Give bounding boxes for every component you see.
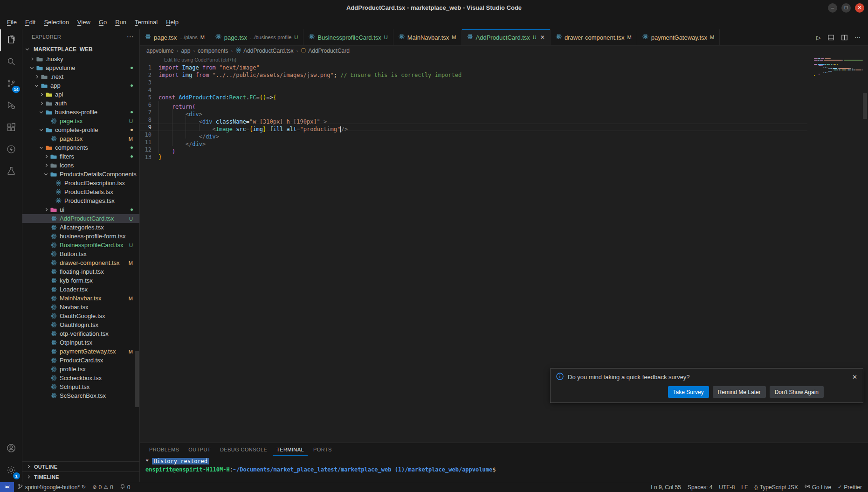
- notifications-status[interactable]: 0: [117, 482, 134, 492]
- folder-ui[interactable]: ui: [22, 205, 139, 214]
- code-line-3[interactable]: 3: [140, 79, 807, 86]
- file-business-profile-form.tsx[interactable]: business-profile-form.tsx: [22, 232, 139, 241]
- sidebar-scrollbar[interactable]: [135, 351, 139, 407]
- code-line-5[interactable]: 5const AddProductCard:React.FC=()=>{: [140, 94, 807, 101]
- status-go-live[interactable]: Go Live: [801, 482, 834, 492]
- file-Navbar.tsx[interactable]: Navbar.tsx: [22, 303, 139, 312]
- tab-MainNavbar.tsx[interactable]: MainNavbar.tsxM: [393, 29, 462, 45]
- code-line-4[interactable]: 4: [140, 86, 807, 94]
- run-button[interactable]: ▷: [816, 34, 821, 41]
- status-eol[interactable]: LF: [738, 482, 751, 492]
- status-indentation[interactable]: Spaces: 4: [684, 482, 716, 492]
- file-paymentGateway.tsx[interactable]: paymentGateway.tsxM: [22, 347, 139, 356]
- don-t-show-again-button[interactable]: Don't Show Again: [770, 386, 824, 398]
- breadcrumb-components[interactable]: components: [198, 48, 228, 54]
- activity-search[interactable]: [0, 51, 22, 73]
- tab-BusinessprofileCard.tsx[interactable]: BusinessprofileCard.tsxU: [303, 29, 393, 45]
- status-language-mode[interactable]: {}TypeScript JSX: [751, 482, 801, 492]
- folder-components[interactable]: components: [22, 143, 139, 152]
- menu-go[interactable]: Go: [95, 17, 111, 28]
- file-ScSearchBox.tsx[interactable]: ScSearchBox.tsx: [22, 391, 139, 400]
- terminal[interactable]: * History restored enspirit@enspirit-H11…: [140, 456, 868, 482]
- folder-auth[interactable]: auth: [22, 99, 139, 108]
- code-line-1[interactable]: 1import Image from "next/image": [140, 64, 807, 71]
- tab-drawer-component.tsx[interactable]: drawer-component.tsxM: [551, 29, 637, 45]
- panel-tab-ports[interactable]: PORTS: [310, 443, 336, 456]
- activity-extensions[interactable]: [0, 117, 22, 139]
- minimap[interactable]: [814, 58, 861, 76]
- status-cursor-position[interactable]: Ln 9, Col 55: [648, 482, 684, 492]
- code-line-8[interactable]: 8<div className="w-[310px] h-[190px]" >: [140, 116, 807, 124]
- folder-.next[interactable]: .next: [22, 72, 139, 81]
- file-OauthGoogle.tsx[interactable]: OauthGoogle.tsx: [22, 312, 139, 320]
- take-survey-button[interactable]: Take Survey: [668, 386, 709, 398]
- folder-app[interactable]: app: [22, 81, 139, 90]
- panel-tab-terminal[interactable]: TERMINAL: [273, 443, 308, 456]
- folder-business-profile[interactable]: business-profile: [22, 108, 139, 117]
- breadcrumb-AddProductCard[interactable]: AddProductCard: [301, 48, 350, 55]
- menu-run[interactable]: Run: [111, 17, 131, 28]
- file-ProductDetails.tsx[interactable]: ProductDetails.tsx: [22, 187, 139, 196]
- folder-filters[interactable]: filters: [22, 152, 139, 161]
- folder-.husky[interactable]: .husky: [22, 55, 139, 63]
- more-actions-icon[interactable]: ⋯: [854, 34, 861, 41]
- maximize-button[interactable]: □: [841, 3, 851, 13]
- file-ProductCard.tsx[interactable]: ProductCard.tsx: [22, 356, 139, 365]
- file-Loader.tsx[interactable]: Loader.tsx: [22, 285, 139, 294]
- activity-run-and-debug[interactable]: [0, 95, 22, 117]
- breadcrumb-AddProductCard.tsx[interactable]: AddProductCard.tsx: [235, 47, 293, 55]
- breadcrumb-appvolume[interactable]: appvolume: [146, 48, 174, 54]
- file-ScInput.tsx[interactable]: ScInput.tsx: [22, 382, 139, 391]
- tree-root-marketplace-web[interactable]: MARKETPLACE_WEB: [22, 44, 139, 55]
- breadcrumb-app[interactable]: app: [181, 48, 190, 54]
- file-BusinessprofileCard.tsx[interactable]: BusinessprofileCard.tsxU: [22, 241, 139, 249]
- file-OtpInput.tsx[interactable]: OtpInput.tsx: [22, 338, 139, 347]
- outline-section[interactable]: OUTLINE: [22, 461, 139, 471]
- folder-icons[interactable]: icons: [22, 161, 139, 170]
- tab-page.tsx[interactable]: page.tsx.../business-profileU: [210, 29, 303, 45]
- menu-view[interactable]: View: [73, 17, 95, 28]
- file-AddProductCard.tsx[interactable]: AddProductCard.tsxU: [22, 214, 139, 223]
- menu-terminal[interactable]: Terminal: [131, 17, 162, 28]
- menu-file[interactable]: File: [3, 17, 21, 28]
- menu-edit[interactable]: Edit: [21, 17, 40, 28]
- file-ProductDescription.tsx[interactable]: ProductDescription.tsx: [22, 179, 139, 187]
- git-branch-status[interactable]: sprint4/google-button* ↻: [14, 482, 90, 492]
- file-page.tsx[interactable]: page.tsxM: [22, 134, 139, 143]
- folder-api[interactable]: api: [22, 90, 139, 99]
- file-kyb-form.tsx[interactable]: kyb-form.tsx: [22, 276, 139, 285]
- tab-paymentGateway.tsx[interactable]: paymentGateway.tsxM: [637, 29, 720, 45]
- file-drawer-component.tsx[interactable]: drawer-component.tsxM: [22, 258, 139, 267]
- toggle-layout-icon[interactable]: [827, 34, 834, 41]
- status-prettier[interactable]: ✓Prettier: [834, 482, 865, 492]
- activity-testing[interactable]: [0, 161, 22, 183]
- minimize-button[interactable]: –: [828, 3, 837, 13]
- file-otp-verification.tsx[interactable]: otp-verification.tsx: [22, 329, 139, 338]
- remote-indicator[interactable]: ><: [0, 482, 14, 492]
- file-MainNavbar.tsx[interactable]: MainNavbar.tsxM: [22, 294, 139, 303]
- editor-scrollbar[interactable]: [863, 93, 867, 119]
- code-line-11[interactable]: 11</div>: [140, 139, 807, 146]
- notification-close-icon[interactable]: ✕: [852, 374, 857, 381]
- tab-AddProductCard.tsx[interactable]: AddProductCard.tsxU✕: [462, 29, 551, 45]
- activity-source-control[interactable]: 14: [0, 73, 22, 95]
- split-editor-icon[interactable]: [841, 34, 848, 41]
- problems-status[interactable]: ⊘ 0 ⚠ 0: [89, 482, 116, 492]
- explorer-more-actions-icon[interactable]: ⋯: [127, 33, 134, 41]
- panel-tab-debug-console[interactable]: DEBUG CONSOLE: [216, 443, 271, 456]
- file-floating-input.tsx[interactable]: floating-input.tsx: [22, 267, 139, 276]
- activity-explorer[interactable]: [0, 29, 22, 51]
- activity-thunder-client[interactable]: [0, 139, 22, 161]
- close-button[interactable]: ✕: [855, 3, 864, 13]
- code-line-7[interactable]: 7<div>: [140, 109, 807, 116]
- file-Sccheckbox.tsx[interactable]: Sccheckbox.tsx: [22, 374, 139, 382]
- code-line-6[interactable]: 6return(: [140, 101, 807, 109]
- menu-help[interactable]: Help: [162, 17, 183, 28]
- code-line-13[interactable]: 13}: [140, 153, 807, 161]
- file-ProductImages.tsx[interactable]: ProductImages.tsx: [22, 196, 139, 205]
- folder-ProductsDetailsComponents[interactable]: ProductsDetailsComponents: [22, 170, 139, 179]
- activity-accounts[interactable]: [0, 438, 22, 460]
- panel-tab-problems[interactable]: PROBLEMS: [145, 443, 183, 456]
- panel-tab-output[interactable]: OUTPUT: [185, 443, 214, 456]
- code-line-2[interactable]: 2import img from "../../public/assets/im…: [140, 71, 807, 79]
